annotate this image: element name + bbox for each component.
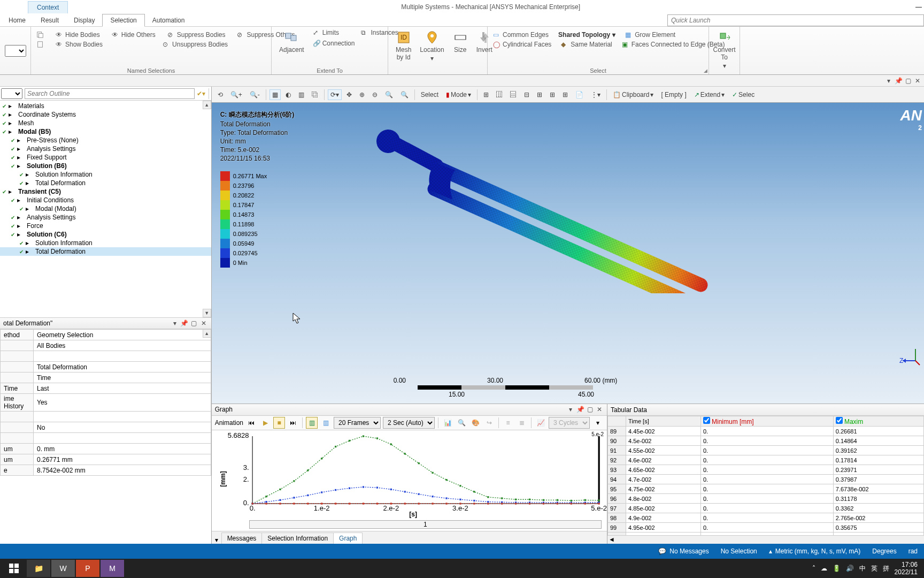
scroll-up-icon[interactable]: ▲ (203, 101, 211, 109)
table-row[interactable]: 984.9e-0020.2.765e-002 (608, 513, 924, 523)
wireframe-icon[interactable]: ▥ (296, 89, 307, 100)
anim-mode-2-icon[interactable]: ▥ (320, 417, 332, 429)
suppress-bodies-button[interactable]: ⊘Suppress Bodies (165, 30, 228, 40)
tree-item[interactable]: ✔▸Solution Information (0, 170, 211, 179)
vt-icon-3[interactable]: ⿳ (507, 89, 519, 100)
graph-palette-icon[interactable]: 🎨 (469, 417, 481, 429)
tab-automation[interactable]: Automation (145, 14, 192, 26)
tree-item[interactable]: ✔▸Transient (C5) (0, 187, 211, 196)
search-clear-icon[interactable]: ✔▾ (197, 90, 205, 97)
zoom-all-icon[interactable]: 🔍 (398, 89, 411, 100)
select-label[interactable]: Select (418, 89, 441, 100)
details-value[interactable]: Total Deformation (34, 362, 211, 372)
details-value[interactable]: Time (34, 372, 211, 383)
scroll-down-icon[interactable]: ▼ (203, 309, 211, 317)
limits-button[interactable]: ⤢Limits (311, 28, 357, 37)
rotate-icon[interactable]: ⟳▾ (328, 89, 342, 100)
tree-item[interactable]: ✔▸Analysis Settings (0, 144, 211, 153)
tree-item[interactable]: ✔▸Mesh (0, 119, 211, 127)
anim-first-icon[interactable]: ⏮ (245, 417, 257, 429)
table-row[interactable]: 924.6e-0020.0.17814 (608, 455, 924, 465)
graph-slider[interactable]: 1 (249, 520, 602, 529)
box-select-icon[interactable]: ▦ (270, 89, 281, 100)
col-max[interactable]: Maxim (833, 416, 923, 427)
tabular-body[interactable]: Time [s] Minimum [mm] Maxim 894.45e-0020… (607, 416, 924, 535)
quick-launch-input[interactable] (667, 14, 924, 26)
tree-item[interactable]: ✔▸Total Deformation (0, 179, 211, 187)
outline-search-input[interactable] (25, 88, 195, 99)
start-button[interactable] (2, 560, 26, 577)
max-checkbox[interactable] (836, 417, 843, 424)
vt-icon-6[interactable]: ⊞ (547, 89, 558, 100)
details-value[interactable]: All Bodies (34, 340, 211, 351)
shaded-icon[interactable]: ◐ (283, 89, 294, 100)
details-value[interactable]: Last (34, 383, 211, 394)
anim-play-icon[interactable]: ▶ (259, 417, 271, 429)
graph-maximize-icon[interactable]: ▢ (586, 405, 594, 414)
vt-icon-9[interactable]: ⋮▾ (588, 89, 603, 100)
hide-others-button[interactable]: 👁Hide Others (110, 30, 158, 40)
table-row[interactable]: 964.8e-0020.0.31178 (608, 494, 924, 504)
details-scroll-up-icon[interactable]: ▲ (203, 329, 211, 338)
details-value[interactable]: Yes (34, 394, 211, 412)
common-edges-button[interactable]: ▭Common Edges (491, 30, 551, 40)
tree-item[interactable]: ✔▸Modal (Modal) (0, 204, 211, 213)
col-min[interactable]: Minimum [mm] (700, 416, 833, 427)
table-row[interactable]: 994.95e-0020.0.35675 (608, 523, 924, 533)
zoom-icon[interactable]: 🔍 (382, 89, 396, 100)
vt-icon-4[interactable]: ⊟ (521, 89, 532, 100)
ime-1[interactable]: 中 (859, 564, 866, 573)
outline-tree[interactable]: ▲ ▼ ✔▸Materials✔▸Coordinate Systems✔▸Mes… (0, 101, 211, 317)
zoom-fit-icon[interactable]: ⊕ (357, 89, 367, 100)
export-icon[interactable]: 📊 (442, 417, 453, 429)
tree-item[interactable]: ✔▸Analysis Settings (0, 213, 211, 222)
reset-view-icon[interactable]: ⟲ (215, 89, 226, 100)
vt-icon-1[interactable]: ⊞ (481, 89, 491, 100)
tree-item[interactable]: ✔▸Solution (B6) (0, 162, 211, 170)
tab-display[interactable]: Display (66, 14, 102, 26)
selection-dropdown[interactable] (5, 45, 26, 57)
vt-icon-2[interactable]: ⿲ (494, 89, 505, 100)
details-value[interactable] (34, 351, 211, 362)
unsuppress-bodies-button[interactable]: ⊙Unsuppress Bodies (160, 40, 230, 49)
pan-icon[interactable]: ✥ (344, 89, 355, 100)
details-maximize-icon[interactable]: ▢ (190, 319, 198, 328)
maximize-icon[interactable]: ▢ (904, 77, 912, 85)
tree-item[interactable]: ✔▸Fixed Support (0, 153, 211, 162)
context-tab[interactable]: Context (28, 1, 68, 13)
tree-item[interactable]: ✔▸Solution (C6) (0, 230, 211, 239)
vt-icon-8[interactable]: 📄 (573, 89, 586, 100)
viewport-3d[interactable]: C: 瞬态模态结构分析(6阶) Total Deformation Type: … (212, 103, 924, 404)
details-value[interactable]: 8.7542e-002 mm (34, 465, 211, 476)
graph-close-icon[interactable]: ✕ (595, 405, 604, 414)
pin-icon[interactable]: 📌 (894, 77, 903, 85)
workbench-icon[interactable]: W (51, 560, 75, 577)
size-button[interactable]: Size (449, 28, 472, 64)
graph-align-2-icon[interactable]: ≣ (516, 417, 528, 429)
connection-button[interactable]: 🔗Connection (311, 39, 357, 48)
table-row[interactable]: 934.65e-0020.0.23971 (608, 465, 924, 475)
details-value[interactable]: 0.26771 mm (34, 454, 211, 465)
adjacent-button[interactable]: Adjacent (275, 28, 309, 56)
sec-select[interactable]: 2 Sec (Auto) (383, 417, 435, 429)
mechanical-icon[interactable]: M (101, 560, 124, 577)
copy-icon[interactable] (34, 30, 46, 40)
tree-item[interactable]: ✔▸Solution Information (0, 239, 211, 247)
extend-dropdown[interactable]: ↗Extend▾ (691, 89, 727, 100)
hide-bodies-button[interactable]: 👁Hide Bodies (53, 30, 102, 40)
details-value[interactable] (34, 433, 211, 444)
tabs-scroll-icon[interactable]: ▾ (212, 536, 221, 544)
cycles-select[interactable]: 3 Cycles (549, 417, 590, 429)
grow-element-button[interactable]: ▦Grow Element (623, 30, 677, 40)
paste-icon[interactable] (34, 40, 46, 49)
col-time[interactable]: Time [s] (626, 416, 701, 427)
anim-mode-1-icon[interactable]: ▥ (306, 417, 318, 429)
location-button[interactable]: Location▾ (415, 28, 448, 64)
tree-item[interactable]: ✔▸Total Deformation (0, 247, 211, 256)
details-dropdown-icon[interactable]: ▾ (171, 319, 179, 328)
zoom-in-icon[interactable]: 🔍+ (228, 89, 245, 100)
anim-stop-icon[interactable]: ■ (273, 417, 285, 429)
table-row[interactable]: 894.45e-0020.0.26681 (608, 427, 924, 436)
close-icon[interactable]: ✕ (913, 77, 922, 85)
table-row[interactable]: 944.7e-0020.0.37987 (608, 475, 924, 484)
